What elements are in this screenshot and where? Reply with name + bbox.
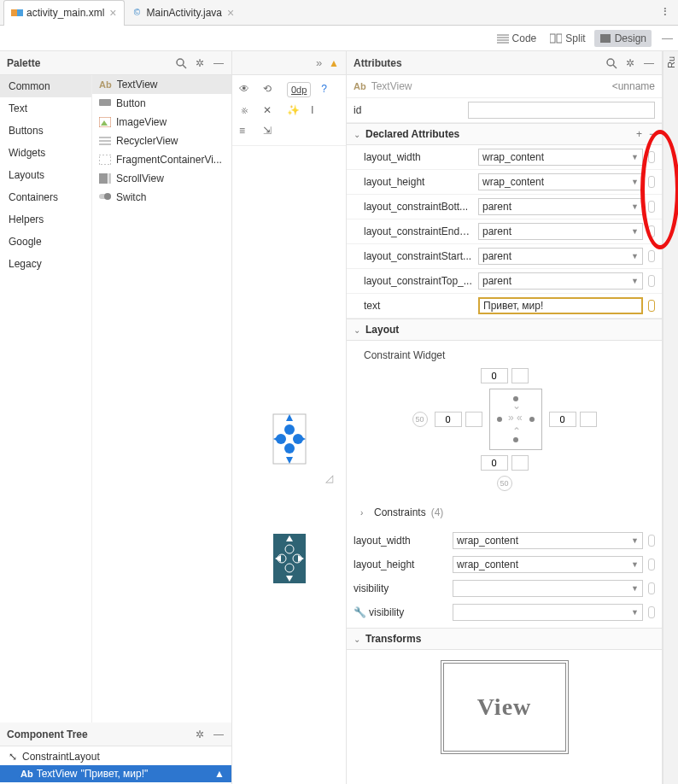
attr-value-dd[interactable]: wrap_content▼ <box>478 149 643 166</box>
orientation-icon[interactable]: ⟲ <box>263 83 277 97</box>
gear-icon[interactable]: ✲ <box>624 57 636 69</box>
device-preview-blue[interactable] <box>270 411 309 467</box>
transforms-section[interactable]: ⌄ Transforms <box>347 628 662 650</box>
layout-attr-dd[interactable]: ▼ <box>453 604 643 621</box>
close-icon[interactable]: × <box>227 6 234 20</box>
view-split-button[interactable]: Split <box>545 30 590 47</box>
autoconnect-icon[interactable]: ⨳ <box>239 104 253 118</box>
attr-row: layout_widthwrap_content▼ <box>347 145 662 170</box>
remove-icon[interactable]: − <box>649 128 655 140</box>
search-icon[interactable] <box>605 57 617 69</box>
flag-icon[interactable] <box>648 582 655 594</box>
device-preview-teal[interactable] <box>270 530 309 587</box>
flag-icon[interactable] <box>648 275 655 287</box>
editor-tabs: activity_main.xml × © MainActivity.java … <box>0 0 678 26</box>
view-design-button[interactable]: Design <box>594 30 652 47</box>
view-code-button[interactable]: Code <box>492 30 542 47</box>
palette-item[interactable]: Button <box>92 94 231 113</box>
cw-bias-bottom[interactable]: 50 <box>497 476 512 491</box>
view-preview-box[interactable]: View <box>441 660 569 754</box>
help-icon[interactable]: ? <box>321 83 335 97</box>
attr-value-dd[interactable]: parent▼ <box>478 198 643 215</box>
warning-icon[interactable]: ▲ <box>214 768 225 780</box>
cw-top-dd[interactable] <box>511 368 529 383</box>
tree-row-child[interactable]: Ab TextView "Привет, мир!" ▲ <box>0 765 231 782</box>
cw-left-dd[interactable] <box>465 412 482 427</box>
flag-icon[interactable] <box>648 250 655 262</box>
guideline-icon[interactable]: Ⅰ <box>311 104 324 118</box>
expand-icon[interactable]: » <box>316 56 322 69</box>
attr-value-dd[interactable]: parent▼ <box>478 272 643 290</box>
cw-right-input[interactable] <box>549 412 576 427</box>
gear-icon[interactable]: ✲ <box>194 57 206 69</box>
cw-left-input[interactable] <box>435 412 462 427</box>
palette-category[interactable]: Containers <box>0 186 91 208</box>
palette-title: Palette <box>7 57 175 69</box>
minimize-icon[interactable]: — <box>213 728 225 740</box>
attr-value-dd[interactable]: parent▼ <box>478 248 643 265</box>
resize-handle-icon[interactable]: ◿ <box>325 472 333 484</box>
palette-item[interactable]: RecyclerView <box>92 132 231 150</box>
run-panel-label[interactable]: Ru <box>666 56 676 68</box>
search-icon[interactable] <box>175 57 187 69</box>
flag-icon[interactable] <box>648 151 655 163</box>
palette-category[interactable]: Legacy <box>0 253 91 275</box>
declared-attributes-section[interactable]: ⌄ Declared Attributes + − <box>347 123 662 145</box>
attr-value-dd[interactable]: parent▼ <box>478 223 643 240</box>
flag-icon[interactable] <box>648 559 655 570</box>
pack-icon[interactable]: ⇲ <box>263 125 277 138</box>
svg-rect-1 <box>17 9 23 16</box>
layout-attr-dd[interactable]: wrap_content▼ <box>453 556 643 573</box>
constraint-box[interactable]: » « ⌄ ⌃ <box>489 389 542 450</box>
canvas-area[interactable]: ◿ <box>232 146 346 784</box>
gear-icon[interactable]: ✲ <box>194 728 206 740</box>
unnamed-label: <unname <box>612 80 655 92</box>
close-icon[interactable]: × <box>109 6 116 20</box>
layout-attr-dd[interactable]: wrap_content▼ <box>453 532 643 549</box>
cw-bias-left[interactable]: 50 <box>412 412 428 427</box>
warning-icon[interactable]: ▲ <box>329 57 339 69</box>
add-icon[interactable]: + <box>636 128 642 140</box>
eye-icon[interactable]: 👁 <box>239 83 253 97</box>
cw-right-dd[interactable] <box>580 412 597 427</box>
cw-bottom-dd[interactable] <box>511 455 529 471</box>
flag-icon[interactable] <box>648 176 655 188</box>
infer-icon[interactable]: ✨ <box>287 104 301 118</box>
id-input[interactable] <box>468 102 655 119</box>
minimize-icon[interactable]: — <box>662 32 673 44</box>
flag-icon[interactable] <box>648 300 655 312</box>
constraints-expander[interactable]: › Constraints (4) <box>347 500 662 525</box>
palette-category[interactable]: Text <box>0 97 91 120</box>
cw-top-input[interactable] <box>481 368 508 383</box>
palette-category[interactable]: Google <box>0 231 91 253</box>
overflow-icon[interactable]: ⠇ <box>663 6 671 19</box>
palette-item[interactable]: AbTextView <box>92 75 231 94</box>
minimize-icon[interactable]: — <box>643 57 655 69</box>
flag-icon[interactable] <box>648 535 655 547</box>
clear-icon[interactable]: ✕ <box>263 104 277 118</box>
flag-icon[interactable] <box>648 606 655 618</box>
palette-category[interactable]: Common <box>0 75 91 97</box>
layout-section[interactable]: ⌄ Layout <box>347 319 662 341</box>
layout-attr-dd[interactable]: ▼ <box>453 580 643 597</box>
palette-item[interactable]: ImageView <box>92 113 231 132</box>
text-value-input[interactable]: Привет, мир! <box>478 297 643 314</box>
palette-category[interactable]: Widgets <box>0 142 91 164</box>
palette-item[interactable]: Switch <box>92 188 231 207</box>
palette-category[interactable]: Helpers <box>0 208 91 231</box>
palette-item[interactable]: ScrollView <box>92 169 231 188</box>
dp-field[interactable]: 0dp <box>287 82 311 97</box>
tab-activity-main[interactable]: activity_main.xml × <box>3 0 125 26</box>
palette-item[interactable]: FragmentContainerVi... <box>92 150 231 169</box>
flag-icon[interactable] <box>648 225 655 237</box>
flag-icon[interactable] <box>648 201 655 213</box>
cw-bottom-input[interactable] <box>481 455 508 471</box>
chevron-right-icon: › <box>360 508 369 518</box>
minimize-icon[interactable]: — <box>213 57 225 69</box>
tab-main-activity[interactable]: © MainActivity.java × <box>125 0 242 26</box>
attr-value-dd[interactable]: wrap_content▼ <box>478 173 643 190</box>
palette-category[interactable]: Buttons <box>0 120 91 142</box>
palette-category[interactable]: Layouts <box>0 164 91 186</box>
tree-row-root[interactable]: ⤡ ConstraintLayout <box>0 748 231 765</box>
align-icon[interactable]: ≡ <box>239 125 253 138</box>
